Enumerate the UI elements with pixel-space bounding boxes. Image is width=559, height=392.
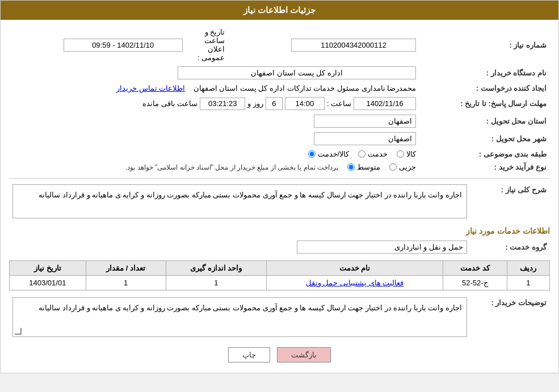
mohlat-saat-label: ساعت : (327, 99, 351, 108)
col-tarikh: تاریخ نیاز (10, 261, 86, 276)
ijad-konande-value: محمدرضا نامداری مسئول خدمات تدارکات ادار… (194, 84, 417, 92)
radio-khadmat[interactable]: خدمت (358, 150, 388, 158)
mohlat-rooz-value: 6 (266, 97, 283, 110)
sharh-niaz-text: اجاره وانت باربا راننده در اختیار جهت ار… (12, 184, 467, 218)
shomare-niaz-label: شماره نیاز : (419, 26, 550, 64)
tarikh-elan-label: تاریخ و ساعت اعلان عمومی : (186, 26, 228, 64)
shomare-niaz-value: 1102004342000112 (291, 39, 416, 52)
col-nam: نام خدمت (267, 261, 443, 276)
bazgasht-button[interactable]: بازگشت (277, 347, 331, 363)
mohlat-rooz-label: روز و (247, 99, 263, 108)
radio-motevaset-label: متوسط (357, 163, 380, 171)
grooh-khadmat-label: گروه خدمت : (470, 238, 550, 256)
radio-jozi-label: جزیی (399, 163, 416, 171)
radio-motevaset-input[interactable] (347, 163, 355, 171)
radio-kala-khadmat-input[interactable] (308, 150, 316, 158)
mohlat-saat-value: 14:00 (285, 97, 325, 110)
shahr-tahvil-value: اصفهان (314, 132, 416, 145)
radio-khadmat-label: خدمت (368, 150, 388, 158)
radio-kala-label: کالا (406, 150, 416, 158)
nooe-farayand-note: پرداخت تمام یا بخشی از مبلغ خریدار از مح… (125, 163, 338, 171)
radio-kala-input[interactable] (397, 150, 404, 158)
radio-jozi[interactable]: جزیی (389, 163, 416, 171)
ettelaat-tamas-link[interactable]: اطلاعات تماس خریدار (116, 84, 185, 92)
page-header: جزئیات اطلاعات نیاز (1, 1, 558, 20)
page-title: جزئیات اطلاعات نیاز (243, 5, 316, 15)
sharh-niaz-section-label: شرح کلی نیاز : (470, 182, 550, 221)
mohlat-label: مهلت ارسال پاسخ: تا تاریخ : (419, 95, 550, 112)
services-table: ردیف کد خدمت نام خدمت واحد اندازه گیری ت… (9, 260, 550, 290)
col-kod: کد خدمت (443, 261, 507, 276)
radio-khadmat-input[interactable] (358, 150, 365, 158)
tawzih-text[interactable]: اجاره وانت باربا راننده در اختیار جهت ار… (12, 297, 467, 337)
nooe-farayand-label: نوع فرآیند خرید : (419, 161, 550, 174)
radio-kala-khadmat[interactable]: کالا/خدمت (308, 150, 350, 158)
tarikh-elan-value: 1402/11/10 - 09:59 (64, 39, 183, 52)
shahr-tahvil-label: شهر محل تحویل : (419, 130, 550, 147)
divider-1 (9, 178, 550, 179)
col-vahed: واحد اندازه گیری (166, 261, 267, 276)
tabaqebandi-label: طبقه بندی موضوعی : (419, 147, 550, 161)
nam-dastgah-value: اداره کل پست استان اصفهان (178, 66, 416, 79)
radio-jozi-input[interactable] (389, 163, 397, 171)
ostan-tahvil-label: استان محل تحویل : (419, 112, 550, 130)
table-row: 1ج-52-52فعالیت های پشتیبانی حمل ونقل1114… (10, 276, 550, 290)
radio-kala[interactable]: کالا (397, 150, 416, 158)
ostan-tahvil-value: اصفهان (314, 115, 416, 128)
service-name-cell[interactable]: فعالیت های پشتیبانی حمل ونقل (267, 276, 443, 290)
radio-motevaset[interactable]: متوسط (347, 163, 380, 171)
mohlat-date: 1402/11/16 (354, 97, 416, 110)
nam-dastgah-label: نام دستگاه خریدار : (419, 64, 550, 82)
chap-button[interactable]: چاپ (228, 347, 270, 363)
countdown-label: ساعت باقی مانده (142, 99, 197, 108)
ijad-konande-label: ایجاد کننده درخواست : (419, 82, 550, 95)
radio-kala-khadmat-label: کالا/خدمت (318, 150, 350, 158)
tawzih-label: توضیحات خریدار : (470, 295, 550, 339)
col-radif: ردیف (507, 261, 549, 276)
grooh-khadmat-value: حمل و نقل و انبارداری (297, 241, 467, 254)
col-tedad: تعداد / مقدار (86, 261, 166, 276)
countdown-value: 03:21:23 (200, 98, 245, 110)
button-row: بازگشت چاپ (9, 347, 550, 363)
services-section-title: اطلاعات خدمات مورد نیاز (9, 226, 550, 235)
